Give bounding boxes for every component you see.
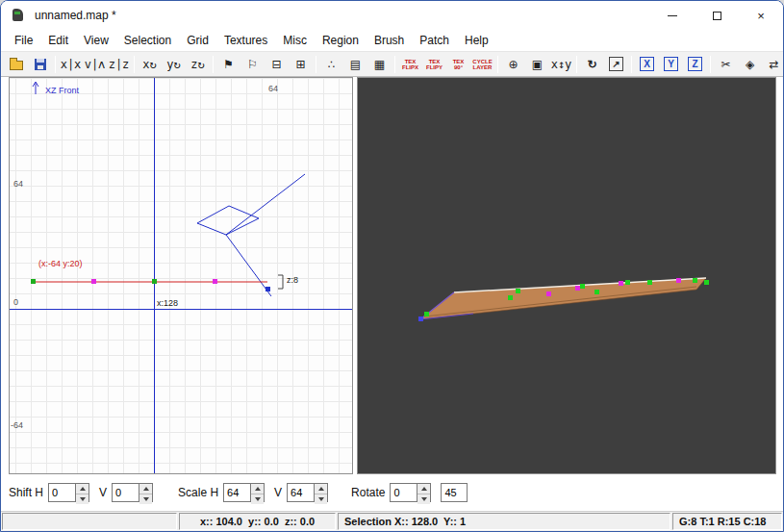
control-point-green[interactable] bbox=[424, 312, 429, 317]
tex-rotate-90-button[interactable]: TEX 90° bbox=[446, 54, 470, 75]
control-point-green[interactable] bbox=[516, 289, 520, 293]
open-button[interactable] bbox=[4, 54, 28, 75]
close-button[interactable]: × bbox=[739, 1, 783, 30]
control-point-green[interactable] bbox=[625, 280, 630, 285]
menu-textures[interactable]: Textures bbox=[216, 32, 275, 49]
popout-view-button[interactable]: ↗ bbox=[604, 54, 628, 75]
control-point-green[interactable] bbox=[508, 295, 513, 300]
control-point-magenta[interactable] bbox=[575, 286, 580, 291]
control-point-magenta[interactable] bbox=[213, 279, 217, 284]
spin-down-icon[interactable] bbox=[417, 494, 430, 504]
control-point-magenta[interactable] bbox=[619, 281, 623, 286]
spin-up-icon[interactable] bbox=[76, 484, 89, 494]
control-point-magenta[interactable] bbox=[676, 278, 681, 283]
control-point-green[interactable] bbox=[693, 278, 697, 283]
control-point-green[interactable] bbox=[647, 280, 652, 285]
rotate-spinner bbox=[390, 483, 431, 502]
shift-h-spinner bbox=[48, 483, 89, 502]
rotate-input[interactable] bbox=[391, 484, 417, 501]
titlebar[interactable]: unnamed.map * × bbox=[1, 1, 783, 30]
spin-up-icon[interactable] bbox=[417, 484, 430, 494]
csg-tool-button[interactable]: ◈ bbox=[738, 54, 762, 75]
open-folder-icon bbox=[10, 61, 23, 70]
brush-add-button[interactable]: ⊞ bbox=[289, 54, 313, 75]
toolbar-separator bbox=[213, 56, 214, 73]
menu-region[interactable]: Region bbox=[315, 32, 367, 49]
cut-tool-button[interactable]: ✂ bbox=[714, 54, 738, 75]
minimize-button[interactable] bbox=[650, 1, 695, 30]
rotate-z-button[interactable]: z↻ bbox=[186, 54, 210, 75]
patch-surface[interactable] bbox=[420, 278, 706, 319]
control-point-green[interactable] bbox=[31, 279, 36, 284]
menu-edit[interactable]: Edit bbox=[40, 32, 76, 49]
scale-v-input[interactable] bbox=[288, 484, 314, 501]
shift-v-spinner bbox=[112, 483, 153, 502]
cycle-layer-icon: CYCLE LAYER bbox=[472, 59, 493, 70]
control-point-magenta[interactable] bbox=[546, 291, 551, 296]
2d-view-xz-front[interactable]: XZ Front 64 64 0 -64 z:8 (x:-64 y:20) x:… bbox=[9, 77, 353, 474]
3d-view[interactable] bbox=[357, 77, 776, 474]
spin-down-icon[interactable] bbox=[251, 494, 264, 504]
spin-up-icon[interactable] bbox=[251, 484, 264, 494]
vertex-tool-button[interactable]: ⚑ bbox=[216, 54, 240, 75]
tex-flip-x-button[interactable]: TEX FLIPX bbox=[398, 54, 422, 75]
menu-selection[interactable]: Selection bbox=[116, 32, 179, 49]
spin-down-icon[interactable] bbox=[139, 494, 152, 504]
flip-x-button[interactable]: x|x bbox=[59, 54, 83, 75]
brush-subtract-button[interactable]: ⊟ bbox=[265, 54, 289, 75]
spin-arrows bbox=[250, 484, 264, 501]
selection-text: Selection X:: 128.0 Y:: 1 bbox=[344, 516, 466, 527]
control-point-selected[interactable] bbox=[266, 287, 270, 291]
axis-z-button[interactable]: Z bbox=[683, 54, 707, 75]
spin-arrows bbox=[314, 484, 327, 501]
texture-grid-button[interactable]: ▦ bbox=[367, 54, 392, 75]
scale-v-spinner bbox=[287, 483, 328, 502]
control-point-selected[interactable] bbox=[418, 317, 423, 321]
rotate-angle-input[interactable] bbox=[441, 483, 468, 502]
sphere-view-button[interactable]: ⊕ bbox=[501, 54, 525, 75]
3d-canvas[interactable] bbox=[358, 78, 775, 473]
entity-tree-button[interactable]: ∴ bbox=[319, 54, 343, 75]
control-point-green[interactable] bbox=[704, 280, 709, 285]
menu-brush[interactable]: Brush bbox=[367, 32, 412, 49]
save-button[interactable] bbox=[28, 54, 52, 75]
menu-misc[interactable]: Misc bbox=[275, 32, 315, 49]
cycle-layer-button[interactable]: CYCLE LAYER bbox=[470, 54, 494, 75]
menu-file[interactable]: File bbox=[7, 32, 40, 49]
2d-canvas[interactable]: XZ Front 64 64 0 -64 z:8 (x:-64 y:20) x:… bbox=[10, 78, 352, 473]
refresh-views-button[interactable]: ↻ bbox=[580, 54, 604, 75]
spin-down-icon[interactable] bbox=[315, 494, 327, 504]
xy-view-button[interactable]: x↕y bbox=[549, 54, 573, 75]
flip-z-button[interactable]: z|z bbox=[107, 54, 131, 75]
rotate-y-button[interactable]: y↻ bbox=[162, 54, 186, 75]
control-point-magenta[interactable] bbox=[91, 279, 96, 284]
shift-v-input[interactable] bbox=[113, 484, 139, 501]
edge-tool-button[interactable]: ⚐ bbox=[240, 54, 265, 75]
menu-grid[interactable]: Grid bbox=[179, 32, 216, 49]
menu-view[interactable]: View bbox=[76, 32, 116, 49]
flip-z-icon: z|z bbox=[109, 59, 130, 70]
patch-wireframe-diamond[interactable] bbox=[197, 206, 259, 235]
tex-rotate-90-icon: TEX 90° bbox=[448, 59, 469, 70]
up-arrow-icon bbox=[33, 82, 38, 94]
menu-help[interactable]: Help bbox=[457, 32, 496, 49]
console-button[interactable]: ▤ bbox=[343, 54, 367, 75]
rotate-x-button[interactable]: x↻ bbox=[138, 54, 162, 75]
axis-y-icon: Y bbox=[664, 57, 678, 71]
axis-x-button[interactable]: X bbox=[635, 54, 659, 75]
control-point-green[interactable] bbox=[580, 284, 585, 289]
menu-patch[interactable]: Patch bbox=[412, 32, 457, 49]
swap-tool-button[interactable]: ⇄ bbox=[762, 54, 784, 75]
spin-down-icon[interactable] bbox=[76, 494, 89, 504]
flip-y-button[interactable]: v|ʌ bbox=[83, 54, 107, 75]
axis-y-button[interactable]: Y bbox=[659, 54, 683, 75]
camera-view-button[interactable]: ▣ bbox=[525, 54, 549, 75]
control-point-green[interactable] bbox=[152, 279, 157, 284]
scale-h-input[interactable] bbox=[224, 484, 250, 501]
control-point-green[interactable] bbox=[594, 290, 599, 294]
shift-h-input[interactable] bbox=[49, 484, 75, 501]
tex-flip-y-button[interactable]: TEX FLIPY bbox=[422, 54, 446, 75]
spin-up-icon[interactable] bbox=[315, 484, 327, 494]
spin-up-icon[interactable] bbox=[139, 484, 152, 494]
maximize-button[interactable] bbox=[695, 1, 739, 30]
